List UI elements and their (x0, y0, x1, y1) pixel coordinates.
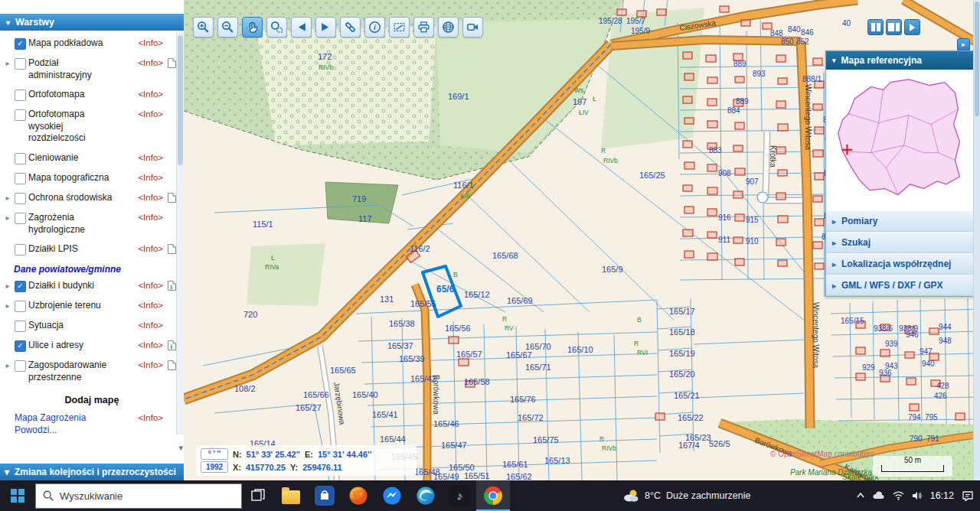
globe-button[interactable] (438, 17, 459, 37)
layer-info-link[interactable]: <Info> (138, 152, 163, 164)
layer-checkbox[interactable]: ✓ (15, 281, 26, 292)
panel-section-gml-wfs-dxf-gpx[interactable]: ▸GML / WFS / DXF / GPX (826, 275, 973, 296)
parcel-label: 795 (925, 413, 938, 421)
next-view-button[interactable] (315, 17, 336, 37)
layer-info-link[interactable]: <Info> (138, 412, 163, 424)
layer-checkbox[interactable]: ✓ (15, 38, 26, 50)
panel-section-pomiary[interactable]: ▸Pomiary (826, 210, 973, 232)
app-chrome-active[interactable] (476, 480, 510, 511)
building (778, 170, 787, 176)
app-file-explorer[interactable] (274, 480, 308, 511)
parcel-label: 884 (727, 106, 740, 115)
start-button[interactable] (0, 480, 35, 511)
layer-info-link[interactable]: <Info> (138, 280, 163, 291)
app-messenger[interactable] (375, 480, 409, 511)
layout-arrow-button[interactable] (904, 19, 920, 35)
dms-toggle-button[interactable]: ° ' '' (201, 448, 228, 460)
pan-button[interactable] (242, 17, 263, 37)
layer-checkbox[interactable] (15, 301, 26, 312)
layer-checkbox[interactable] (15, 193, 26, 204)
layer-info-link[interactable]: <Info> (138, 243, 163, 255)
app-blue[interactable] (308, 480, 341, 511)
onedrive-icon[interactable] (873, 491, 885, 500)
layer-info-link[interactable]: <Info> (138, 192, 163, 203)
layer-info-link[interactable]: <Info> (138, 360, 163, 371)
layer-checkbox[interactable] (15, 109, 26, 121)
globe-icon (442, 21, 455, 34)
layer-info-link[interactable]: <Info> (138, 89, 163, 100)
measure-button[interactable] (389, 17, 410, 37)
layer-checkbox[interactable] (15, 321, 26, 332)
parcel-label: 938/6 (874, 324, 893, 333)
panel-section-szukaj[interactable]: ▸Szukaj (826, 232, 973, 253)
reference-map-header[interactable]: ▾ Mapa referencyjna (826, 51, 973, 70)
zoom-out-button[interactable] (217, 17, 238, 37)
layer-checkbox[interactable]: ✓ (15, 340, 26, 352)
layer-info-link[interactable]: <Info> (138, 172, 163, 184)
layer-info-link[interactable]: <Info> (138, 212, 163, 223)
task-view-button[interactable] (242, 480, 274, 511)
layer-info-link[interactable]: <Info> (138, 300, 163, 311)
app-firefox[interactable] (341, 480, 375, 511)
taskbar-search[interactable]: Wyszukiwanie (35, 483, 242, 509)
panel-section-lokalizacja-wsp-rz-dnej[interactable]: ▸Lokalizacja współrzędnej (826, 253, 973, 275)
building (735, 122, 744, 129)
layer-checkbox[interactable] (15, 153, 26, 164)
layer-checkbox[interactable] (15, 173, 26, 184)
previous-view-button[interactable] (291, 17, 312, 37)
scroll-down-icon[interactable]: ▾ (178, 443, 183, 453)
expand-icon[interactable]: ▸ (3, 300, 12, 311)
parcel-label: 169/1 (448, 92, 469, 101)
app-edge[interactable] (409, 480, 443, 511)
building (735, 214, 744, 221)
network-icon[interactable] (893, 491, 904, 500)
scrollbar-thumb[interactable] (975, 2, 979, 116)
volume-icon[interactable] (912, 491, 923, 500)
layer-checkbox[interactable] (15, 244, 26, 255)
expand-icon[interactable]: ▸ (3, 280, 12, 291)
layer-info-link[interactable]: <Info> (138, 57, 163, 69)
expand-icon[interactable]: ▸ (3, 212, 12, 223)
layer-checkbox[interactable] (15, 213, 26, 224)
add-map-link[interactable]: Mapa Zagrożenia Powodzi... (15, 412, 99, 436)
notification-center-icon[interactable] (962, 490, 974, 501)
scrollbar-thumb[interactable] (178, 35, 183, 165)
layer-info-link[interactable]: <Info> (138, 37, 163, 49)
weather-widget[interactable]: 8°C Duże zachmurzenie (616, 480, 756, 511)
map-scrollbar[interactable] (973, 0, 980, 480)
camera-button[interactable] (462, 17, 483, 37)
reference-map-body[interactable] (826, 70, 973, 210)
expand-icon[interactable]: ▸ (3, 57, 12, 69)
layer-info-link[interactable]: <Info> (138, 320, 163, 331)
print-button[interactable] (413, 17, 434, 37)
zoom-window-button[interactable] (266, 17, 287, 37)
layer-info-link[interactable]: <Info> (138, 340, 163, 351)
link-button[interactable] (340, 17, 361, 37)
expand-icon[interactable]: ▸ (3, 360, 12, 371)
layers-panel-header[interactable]: ▾ Warstwy (0, 14, 184, 31)
layer-order-footer[interactable]: ▾ Zmiana kolejności i przezroczystości (0, 464, 184, 480)
sidebar-scrollbar[interactable] (176, 32, 184, 435)
panel-toggle-button[interactable]: ▸ (957, 38, 970, 51)
layout-columns-button[interactable] (867, 19, 884, 35)
parcel-label: 165/22 (678, 413, 704, 422)
layer-info-link[interactable]: <Info> (138, 109, 163, 120)
hidden-icons-chevron[interactable] (856, 491, 865, 500)
layer-checkbox[interactable] (15, 90, 26, 101)
layer-row: Cieniowanie<Info> (2, 148, 182, 168)
x-coordinate-value: 415770.25 (246, 463, 286, 472)
layout-panel-button[interactable] (886, 19, 902, 35)
parcel-label: 116/2 (410, 244, 430, 253)
clock[interactable]: 16:12 (930, 490, 954, 501)
crs-button[interactable]: 1992 (201, 461, 228, 473)
building (733, 237, 743, 243)
zoom-in-button[interactable] (193, 17, 214, 37)
poland-overview-map[interactable] (826, 70, 973, 210)
parcel-label: 883 (709, 146, 722, 155)
expand-icon[interactable]: ▸ (3, 192, 12, 203)
layer-checkbox[interactable] (15, 58, 26, 70)
app-media[interactable]: ♪ (443, 480, 476, 511)
building (707, 232, 717, 238)
identify-button[interactable]: i (364, 17, 385, 37)
layer-checkbox[interactable] (15, 360, 26, 372)
